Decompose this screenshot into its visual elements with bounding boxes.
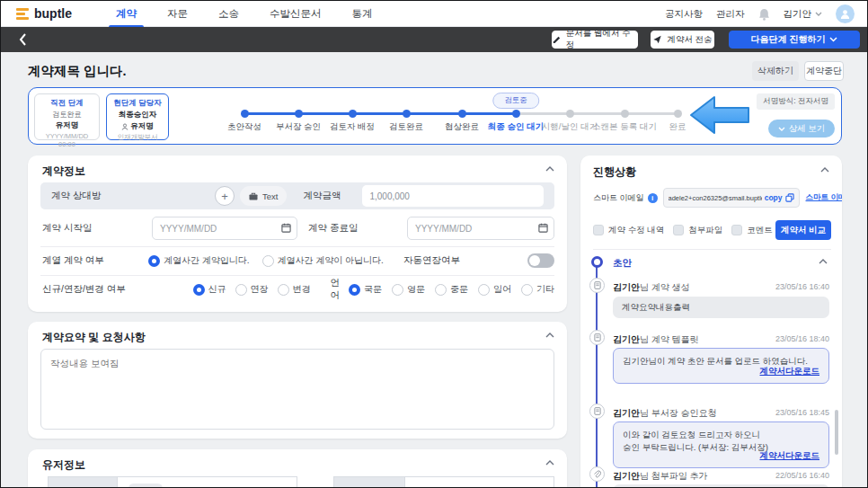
smart-email-view-link[interactable]: 스마트 이메일 보기 xyxy=(806,192,842,203)
collapse-icon[interactable] xyxy=(545,460,554,466)
timeline-stage-dot xyxy=(591,256,603,268)
user-menu[interactable]: 김기안 xyxy=(784,8,823,21)
action-text: 님 계약 템플릿 xyxy=(640,334,699,344)
checkbox[interactable] xyxy=(593,225,604,235)
lang-other-radio[interactable]: 기타 xyxy=(521,283,554,296)
affiliate-yes-radio[interactable]: 계열사간 계약입니다. xyxy=(148,254,250,267)
checkbox-label[interactable]: 첨부파일 xyxy=(688,225,722,236)
scrollbar-thumb[interactable] xyxy=(835,410,838,455)
avatar[interactable] xyxy=(836,4,855,23)
auto-renew-toggle[interactable] xyxy=(527,253,554,268)
action-text: 님 계약 생성 xyxy=(640,282,690,292)
lang-chinese-radio[interactable]: 중문 xyxy=(435,283,468,296)
type-extend-radio[interactable]: 연장 xyxy=(235,283,269,296)
checkbox[interactable] xyxy=(731,225,742,235)
document-icon xyxy=(589,330,605,345)
party-tag-chip[interactable]: Text xyxy=(240,186,287,206)
admin-link[interactable]: 관리자 xyxy=(716,8,745,21)
radio-label[interactable]: 계열사간 계약이 아닙니다. xyxy=(278,254,384,267)
calendar-icon[interactable] xyxy=(538,223,548,233)
party-row: 계약 상대방 + Text 계약금액 xyxy=(40,182,554,209)
nav-item-label: 자문 xyxy=(167,8,188,19)
main-menu: 계약 자문 소송 수발신문서 통계 xyxy=(114,1,375,27)
divider xyxy=(40,275,554,276)
radio-unselected[interactable] xyxy=(392,284,403,296)
filter-modifications[interactable]: 계약 수정 내역 xyxy=(593,225,664,236)
radio-unselected[interactable] xyxy=(478,284,490,296)
collapse-icon[interactable] xyxy=(819,259,828,264)
notice-link[interactable]: 공지사항 xyxy=(665,8,703,21)
radio-label[interactable]: 연장 xyxy=(251,283,269,296)
radio-label[interactable]: 계열사간 계약입니다. xyxy=(164,254,250,267)
step-dot xyxy=(512,110,520,118)
radio-unselected[interactable] xyxy=(262,255,274,267)
collapse-icon[interactable] xyxy=(545,166,554,172)
type-change-radio[interactable]: 변경 xyxy=(278,283,311,296)
nav-item-lawsuit[interactable]: 소송 xyxy=(217,0,241,28)
summary-textarea[interactable] xyxy=(40,349,554,430)
nav-item-contract[interactable]: 계약 xyxy=(114,0,138,28)
radio-unselected[interactable] xyxy=(521,284,533,296)
contract-download-link[interactable]: 계약서다운로드 xyxy=(760,449,820,462)
radio-label[interactable]: 기타 xyxy=(536,283,554,296)
stepper-track-todo xyxy=(516,112,678,115)
edit-document-button[interactable]: 문서를 웹에서 수정 xyxy=(552,31,638,49)
step-label: 초안작성 xyxy=(227,121,261,133)
send-contract-button[interactable]: 계약서 전송 xyxy=(651,31,714,49)
nav-item-correspondence[interactable]: 수발신문서 xyxy=(268,0,323,28)
logo[interactable]: buptle xyxy=(16,6,72,21)
abort-contract-button[interactable]: 계약중단 xyxy=(804,61,844,81)
add-party-button[interactable]: + xyxy=(215,186,235,206)
detail-view-button[interactable]: 상세 보기 xyxy=(768,120,835,138)
checkbox[interactable] xyxy=(673,225,684,235)
radio-label[interactable]: 국문 xyxy=(364,283,382,296)
filter-comments[interactable]: 코멘트 xyxy=(731,225,773,236)
radio-label[interactable]: 변경 xyxy=(293,283,311,296)
lang-korean-radio[interactable]: 국문 xyxy=(349,283,382,296)
amount-label: 계약금액 xyxy=(303,190,355,202)
calendar-icon[interactable] xyxy=(281,223,291,233)
compare-contracts-button[interactable]: 계약서 비교 xyxy=(775,220,831,240)
checkbox-label[interactable]: 코멘트 xyxy=(747,225,773,236)
info-icon[interactable]: i xyxy=(648,193,658,203)
copy-button[interactable]: copy xyxy=(765,193,783,202)
step-dot xyxy=(241,110,249,118)
radio-selected[interactable] xyxy=(193,284,205,296)
affiliate-label: 계열 계약 여부 xyxy=(42,254,148,267)
start-date-input[interactable] xyxy=(152,217,297,240)
radio-selected[interactable] xyxy=(148,255,160,267)
radio-label[interactable]: 일어 xyxy=(493,283,511,296)
back-icon[interactable] xyxy=(19,33,27,46)
next-step-button[interactable]: 다음단계 진행하기 xyxy=(729,31,860,49)
collapse-icon[interactable] xyxy=(820,167,829,173)
delete-button[interactable]: 삭제하기 xyxy=(752,61,799,81)
filter-attachments[interactable]: 첨부파일 xyxy=(673,225,722,236)
previous-stage-date: YYYY/MM/DD xyxy=(46,132,89,140)
radio-unselected[interactable] xyxy=(435,284,447,296)
checkbox-label[interactable]: 계약 수정 내역 xyxy=(608,225,664,236)
nav-item-advice[interactable]: 자문 xyxy=(165,0,190,28)
timeline-entry-title: 김기안님 첨부파일 추가 xyxy=(613,470,708,483)
radio-label[interactable]: 영문 xyxy=(407,283,425,296)
edit-document-label: 문서를 웹에서 수정 xyxy=(566,28,637,51)
radio-label[interactable]: 중문 xyxy=(450,283,468,296)
radio-selected[interactable] xyxy=(349,284,360,296)
briefcase-icon xyxy=(249,192,258,200)
radio-label[interactable]: 신규 xyxy=(208,283,226,296)
radio-unselected[interactable] xyxy=(278,284,289,296)
lang-english-radio[interactable]: 영문 xyxy=(392,283,425,296)
end-date-input[interactable] xyxy=(407,217,554,240)
document-icon xyxy=(589,278,605,293)
start-date-label: 계약 시작일 xyxy=(42,222,152,235)
lang-japanese-radio[interactable]: 일어 xyxy=(478,283,511,296)
previous-stage-box: 직전 단계 검토완료 유저명 YYYY/MM/DD00:00 xyxy=(34,93,100,140)
copy-icon[interactable] xyxy=(785,193,794,202)
radio-unselected[interactable] xyxy=(235,284,247,296)
nav-item-statistics[interactable]: 통계 xyxy=(350,0,375,28)
collapse-icon[interactable] xyxy=(545,333,554,338)
amount-input[interactable] xyxy=(362,185,544,207)
contract-download-link[interactable]: 계약서다운로드 xyxy=(760,365,820,377)
bell-icon[interactable] xyxy=(758,8,770,21)
type-new-radio[interactable]: 신규 xyxy=(193,283,226,296)
affiliate-no-radio[interactable]: 계열사간 계약이 아닙니다. xyxy=(262,254,384,267)
